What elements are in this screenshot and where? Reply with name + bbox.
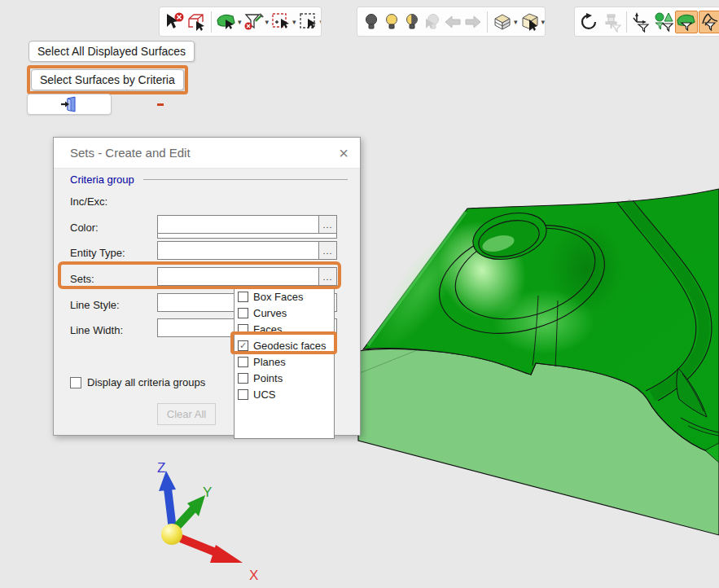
line-width-label: Line Width: [70,324,123,336]
select-surfaces-dropdown-arrow[interactable]: ▾ [238,11,242,33]
select-surfaces-icon[interactable] [216,11,237,33]
previous-view-icon[interactable] [443,12,463,32]
list-item-label: Planes [253,356,286,368]
toolbar-visibility-tools: ▾ ▾ [357,7,546,37]
sets-field[interactable]: ... [157,267,337,286]
show-entity-icon[interactable] [382,12,401,32]
list-item-geodesic-faces[interactable]: ✓ Geodesic faces [235,337,334,353]
color-value [158,216,318,233]
select-by-box-icon[interactable] [186,11,207,33]
checkbox-icon[interactable] [238,324,248,335]
window-select-inner-dropdown-arrow[interactable]: ▾ [292,11,296,33]
rotate-view-icon[interactable] [579,11,600,33]
window-select-inner-icon[interactable] [270,11,292,33]
list-item-points[interactable]: Points [235,370,334,386]
checkbox-icon[interactable] [238,373,248,384]
close-icon[interactable]: × [327,145,360,161]
hide-entity-icon[interactable] [362,12,381,32]
toolbar-separator [487,11,488,33]
list-item-box-faces[interactable]: Box Faces [235,288,334,305]
checked-checkbox-icon[interactable]: ✓ [238,340,248,351]
group-divider [143,179,348,180]
checkbox-icon[interactable] [238,292,248,302]
list-item-label: Faces [253,323,282,336]
sets-browse-button[interactable]: ... [318,268,336,285]
axis-y-label: Y [203,485,212,500]
window-select-dropdown-arrow[interactable]: ▾ [320,11,322,33]
list-item-faces[interactable]: Faces [235,321,334,337]
inc-exc-label: Inc/Exc: [70,195,107,208]
show-only-icon[interactable] [402,12,422,32]
color-browse-button[interactable]: ... [318,216,336,233]
entity-type-label: Entity Type: [70,247,125,259]
dialog-title-bar[interactable]: Sets - Create and Edit × [54,138,360,169]
highlight-off-icon[interactable] [423,12,442,32]
sets-label: Sets: [70,273,94,285]
window-select-icon[interactable] [298,11,319,33]
criteria-group-label[interactable]: Criteria group [70,173,134,186]
checkbox-icon[interactable] [238,389,248,400]
display-all-criteria-checkbox-row[interactable]: Display all criteria groups [70,376,205,388]
curve-filter-active-button[interactable] [699,11,719,33]
sets-dropdown-list: Box Faces Curves Faces ✓ Geodesic faces … [234,286,335,439]
checkbox-icon[interactable] [70,377,81,388]
surface-filter-active-button[interactable] [675,11,698,33]
red-tick-mark [157,103,164,106]
list-item-label: Geodesic faces [253,340,327,352]
pin-filter-icon[interactable] [601,11,622,33]
line-style-label: Line Style: [70,299,120,311]
axis-origin-sphere [161,524,182,545]
toolbar-separator [626,11,627,33]
list-item-label: Curves [253,307,287,319]
highlight-ring-select-by-criteria: Select Surfaces by Criteria [27,65,188,94]
clear-all-button[interactable]: Clear All [157,403,216,425]
toolbar-selection-tools: ▾ ▾ ▾ ▾ [159,7,322,37]
selection-filter-pick-icon[interactable] [243,11,265,33]
toolbar-separator [211,11,212,33]
color-label: Color: [70,222,99,234]
curve-filter-icon [700,12,719,32]
list-item-label: Box Faces [253,291,303,303]
entity-type-value [158,242,318,259]
ucs-filter-icon[interactable] [631,11,652,33]
dialog-title: Sets - Create and Edit [54,146,327,160]
tooltip-select-all-displayed-surfaces[interactable]: Select All Displayed Surfaces [28,41,195,62]
entity-type-browse-button[interactable]: ... [318,242,336,259]
entity-type-filter-icon[interactable] [653,11,674,33]
exit-door-icon [60,96,78,112]
box-display-dropdown-arrow[interactable]: ▾ [541,11,546,33]
tooltip-select-surfaces-by-criteria[interactable]: Select Surfaces by Criteria [31,69,184,90]
box-display-icon[interactable] [520,11,541,33]
axis-triad: Z Y X [157,460,258,583]
next-view-icon[interactable] [463,12,483,32]
list-item-planes[interactable]: Planes [235,353,334,370]
entity-type-field[interactable]: ... [157,241,337,260]
checkbox-icon[interactable] [238,308,248,318]
sets-value [158,268,318,285]
selection-filter-dropdown-arrow[interactable]: ▾ [265,11,270,33]
axis-z-label: Z [157,460,165,476]
list-item-label: Points [253,372,283,384]
display-all-criteria-label: Display all criteria groups [87,376,205,388]
list-item-curves[interactable]: Curves [235,305,334,321]
checkbox-icon[interactable] [238,357,248,367]
surface-filter-icon [677,12,696,32]
list-item-label: UCS [253,388,275,401]
axis-x-label: X [249,568,258,583]
deselect-all-icon[interactable] [164,11,185,33]
display-mode-dropdown-arrow[interactable]: ▾ [514,11,518,33]
display-mode-icon[interactable] [492,11,513,33]
toolbar-filter-tools [574,7,719,37]
list-item-ucs[interactable]: UCS [235,386,334,402]
color-field[interactable]: ... [157,215,337,234]
exit-button[interactable] [27,94,112,115]
